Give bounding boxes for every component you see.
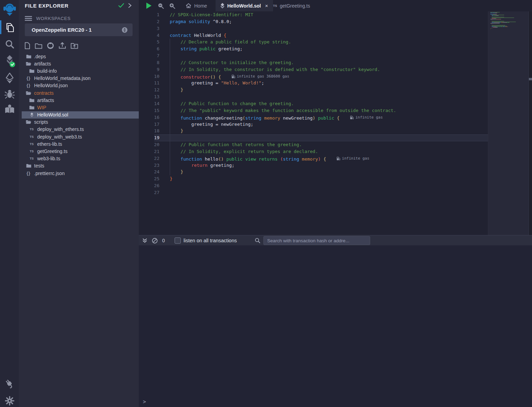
terminal-collapse-icon[interactable] [142,235,147,246]
zoom-out-icon[interactable] [158,3,164,9]
tree-item-label: tests [34,163,44,169]
ts-icon: TS [29,128,35,131]
terminal-output[interactable]: > [139,245,532,407]
code-line-2: 2pragma solidity ^0.8.0; [139,18,488,25]
file-explorer-icon[interactable] [0,22,19,33]
solidity-compiler-icon[interactable] [0,54,19,68]
code-line-27: 27 [139,189,488,196]
minimap[interactable] [488,11,529,235]
tree-item-label: .deps [34,54,46,59]
tree-item-web3-lib-ts[interactable]: TSweb3-lib.ts [22,155,139,162]
search-icon[interactable] [0,39,19,50]
gas-estimate-hint: infinite gas 368600 gas [231,73,289,80]
zoom-in-icon[interactable] [169,3,175,9]
terminal-bar: 0 listen on all transactions [139,235,532,245]
run-script-button[interactable] [145,2,152,9]
tree-item-wip[interactable]: WIP [22,104,139,111]
code-line-13: 13 [139,93,488,100]
file-explorer-panel: FILE EXPLORER WORKSPACES OpenZeppelin ER… [19,0,139,407]
code-line-19: 19 [139,134,488,141]
ts-icon: TS [29,142,35,146]
tree-item-deploy-with-web3-ts[interactable]: TSdeploy_with_web3.ts [22,133,139,140]
code-line-25: 25} [139,175,488,182]
upload-file-icon[interactable] [59,42,66,49]
learneth-book-icon[interactable] [0,104,19,114]
tree-item-helloworld-sol[interactable]: HelloWorld.sol [22,111,139,119]
chevron-right-icon[interactable] [128,3,132,8]
code-line-21: 21 // In Solidity, explicit return types… [139,148,488,155]
clear-console-icon[interactable] [152,235,158,246]
line-number: 8 [139,59,159,66]
code-line-16: 16 function changeGreeting(string memory… [139,114,488,121]
tree-item-label: scripts [34,119,48,125]
remix-logo[interactable] [0,2,19,17]
json-icon: {} [25,83,32,88]
line-number: 14 [139,100,159,107]
line-number: 15 [139,107,159,114]
check-icon[interactable] [118,3,124,8]
tree-item-helloworld-json[interactable]: {}HelloWorld.json [22,82,139,89]
workspace-select[interactable]: OpenZeppelin ERC20 - 1 [25,23,133,36]
editor-scrollbar[interactable] [529,11,532,235]
tree-item--deps[interactable]: .deps [22,53,139,60]
tree-item-ethers-lib-ts[interactable]: TSethers-lib.ts [22,140,139,147]
tree-item-label: contracts [34,90,54,96]
folder-icon [29,98,35,102]
workspace-selected-value: OpenZeppelin ERC20 - 1 [32,27,92,33]
tree-item-getgreeting-ts[interactable]: TSgetGreeting.ts [22,147,139,155]
editor-scrollbar-handle[interactable] [529,78,532,80]
code-line-26: 26 [139,182,488,189]
tree-item-contracts[interactable]: contracts [22,89,139,96]
line-number: 19 [139,134,159,141]
tab-bar: Home HelloWorld.sol × TS getGreeting.ts [139,0,532,12]
tree-item--prettierrc-json[interactable]: {}.prettierrc.json [22,170,139,177]
tab-getgreeting-ts[interactable]: TS getGreeting.ts [270,0,313,11]
file-explorer-toolbar [24,42,78,49]
tab-label: Home [194,3,207,9]
new-folder-icon[interactable] [35,43,42,49]
settings-gear-icon[interactable] [0,396,19,406]
new-file-icon[interactable] [24,42,30,49]
tree-item-build-info[interactable]: build-info [22,67,139,74]
line-number: 18 [139,128,159,134]
ts-icon: TS [29,135,35,139]
tree-item-deploy-with-ethers-ts[interactable]: TSdeploy_with_ethers.ts [22,126,139,133]
ts-icon: TS [29,150,35,153]
plugin-manager-icon[interactable] [0,378,19,389]
tab-close-icon[interactable]: × [265,3,268,9]
code-lines: 1// SPDX-License-Identifier: MIT2pragma … [139,11,488,196]
tree-item-helloworld-metadata-json[interactable]: {}HelloWorld_metadata.json [22,75,139,82]
line-number: 13 [139,93,159,100]
line-number: 27 [139,189,159,196]
tab-helloworld-sol[interactable]: HelloWorld.sol × [216,0,273,11]
terminal-search-input[interactable] [263,236,370,245]
tree-item-tests[interactable]: tests [22,162,139,170]
file-tree: .depsartifactsbuild-info{}HelloWorld_met… [22,53,139,177]
github-icon[interactable] [47,42,54,49]
home-icon [186,3,191,9]
line-number: 2 [139,18,159,25]
tree-item-artifacts[interactable]: artifacts [22,60,139,67]
debugger-icon[interactable] [0,89,19,99]
deploy-and-run-icon[interactable] [0,72,19,84]
line-number: 1 [139,11,159,18]
code-line-4: 4contract HelloWorld { [139,32,488,39]
panel-title: FILE EXPLORER [25,3,69,9]
solidity-icon [29,112,35,117]
code-editor[interactable]: 1// SPDX-License-Identifier: MIT2pragma … [139,11,532,235]
tree-item-label: deploy_with_ethers.ts [37,126,84,132]
tree-item-label: getGreeting.ts [37,149,67,154]
folder-open-icon [25,120,32,124]
listen-transactions-checkbox[interactable] [175,235,181,246]
tree-item-label: ethers-lib.ts [37,141,62,147]
line-number: 23 [139,162,159,169]
tree-item-label: WIP [37,105,46,110]
code-line-20: 20 // Public function that returns the g… [139,141,488,148]
line-number: 11 [139,80,159,87]
tree-item-scripts[interactable]: scripts [22,119,139,126]
line-number: 6 [139,45,159,52]
tree-item-artifacts[interactable]: artifacts [22,96,139,104]
upload-folder-icon[interactable] [71,42,78,49]
workspaces-menu-icon[interactable] [25,16,32,21]
tab-home[interactable]: Home [182,0,210,11]
